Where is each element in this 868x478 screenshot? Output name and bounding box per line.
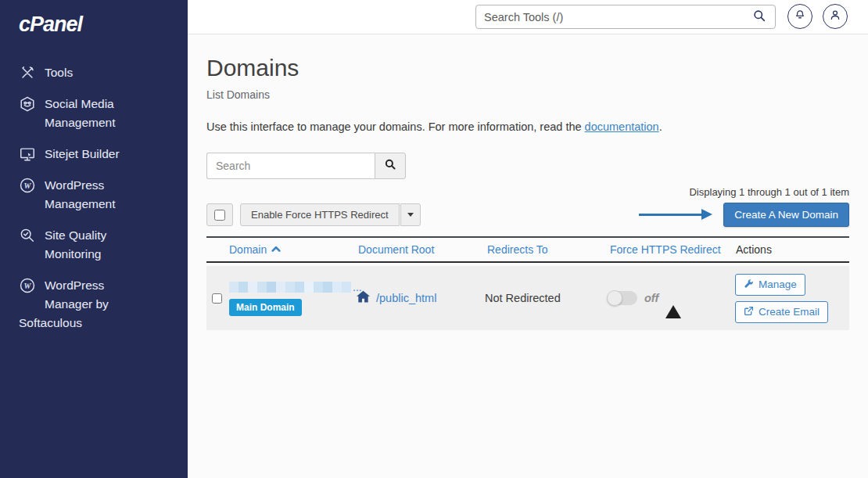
domain-cell: ... Main Domain bbox=[227, 281, 356, 316]
manage-button[interactable]: Manage bbox=[735, 274, 805, 296]
svg-text:W: W bbox=[24, 282, 32, 290]
page-subtitle: List Domains bbox=[206, 88, 849, 101]
sidebar-item-wordpress-manager-softaculous[interactable]: W WordPress Manager by Softaculous bbox=[0, 276, 188, 332]
wrench-icon bbox=[744, 279, 754, 291]
tools-search bbox=[475, 5, 776, 29]
table-header-force-https[interactable]: Force HTTPS Redirect bbox=[608, 243, 733, 256]
intro-before: Use this interface to manage your domain… bbox=[206, 120, 585, 133]
chevron-down-icon bbox=[407, 213, 414, 217]
cpanel-logo[interactable]: cPanel bbox=[19, 13, 188, 37]
bell-icon bbox=[793, 8, 807, 25]
sidebar-item-tools[interactable]: Tools bbox=[0, 63, 188, 82]
table-header-actions: Actions bbox=[733, 243, 849, 256]
select-all-checkbox[interactable] bbox=[214, 210, 225, 221]
sidebar-item-label: Tools bbox=[45, 66, 73, 79]
force-https-toggle[interactable] bbox=[608, 291, 637, 305]
sidebar-item-site-quality-monitoring[interactable]: Site Quality Monitoring bbox=[0, 226, 188, 264]
sidebar-item-label: Social Media Management bbox=[45, 97, 115, 129]
wordpress-icon: W bbox=[19, 277, 36, 294]
home-icon bbox=[356, 290, 371, 307]
intro-after: . bbox=[659, 120, 662, 133]
table-header-domain[interactable]: Domain bbox=[227, 243, 356, 256]
sidebar-nav: Tools Social Media Management Sitejet Bu… bbox=[0, 63, 188, 332]
main-content: Domains List Domains Use this interface … bbox=[188, 35, 868, 478]
notifications-button[interactable] bbox=[787, 4, 812, 29]
domain-filter bbox=[206, 153, 406, 179]
sidebar-item-label: Site Quality Monitoring bbox=[45, 228, 106, 261]
wordpress-icon: W bbox=[19, 177, 36, 194]
table-row: ... Main Domain /public_html Not Redirec… bbox=[206, 266, 849, 330]
documentation-link[interactable]: documentation bbox=[585, 120, 659, 133]
table-header-row: Domain Document Root Redirects To Force … bbox=[206, 236, 849, 263]
redacted-domain-link[interactable] bbox=[229, 282, 351, 293]
social-media-icon bbox=[19, 95, 36, 113]
domain-search-input[interactable] bbox=[206, 153, 375, 179]
table-toolbar: Enable Force HTTPS Redirect Create A New… bbox=[206, 203, 849, 227]
toggle-state-label: off bbox=[644, 292, 658, 304]
domain-search-button[interactable] bbox=[375, 153, 406, 179]
document-root-cell: /public_html bbox=[356, 290, 485, 307]
pagination-status: Displaying 1 through 1 out of 1 item bbox=[206, 186, 849, 198]
warning-icon: ! bbox=[665, 292, 681, 305]
site-quality-icon bbox=[19, 227, 36, 244]
sidebar-item-label: WordPress Manager by bbox=[45, 279, 109, 311]
user-icon bbox=[828, 8, 842, 25]
actions-cell: Manage Create Email bbox=[733, 274, 849, 323]
sidebar-item-social-media-management[interactable]: Social Media Management bbox=[0, 95, 188, 132]
select-all-checkbox-wrapper bbox=[206, 203, 233, 226]
table-header-document-root[interactable]: Document Root bbox=[356, 243, 485, 256]
sidebar-item-label: Sitejet Builder bbox=[45, 147, 120, 160]
tools-search-input[interactable] bbox=[484, 11, 751, 23]
tools-icon bbox=[19, 64, 36, 81]
account-button[interactable] bbox=[823, 4, 848, 29]
svg-text:W: W bbox=[24, 181, 32, 190]
bulk-action-dropdown-button[interactable] bbox=[400, 203, 421, 226]
sort-ascending-icon bbox=[271, 243, 282, 256]
toggle-knob bbox=[607, 290, 622, 306]
document-root-link[interactable]: /public_html bbox=[376, 292, 436, 304]
page-title: Domains bbox=[206, 55, 849, 81]
create-new-domain-button[interactable]: Create A New Domain bbox=[723, 203, 849, 227]
row-checkbox[interactable] bbox=[212, 293, 222, 304]
sidebar-item-label: WordPress Management bbox=[45, 178, 115, 210]
table-header-redirects-to[interactable]: Redirects To bbox=[485, 243, 608, 256]
bulk-action-button[interactable]: Enable Force HTTPS Redirect bbox=[240, 203, 400, 226]
intro-text: Use this interface to manage your domain… bbox=[206, 120, 849, 133]
external-link-icon bbox=[744, 306, 754, 318]
sidebar-item-wordpress-management[interactable]: W WordPress Management bbox=[0, 176, 188, 214]
manage-button-label: Manage bbox=[759, 279, 797, 290]
pointer-arrow bbox=[639, 214, 701, 216]
redirects-to-cell: Not Redirected bbox=[485, 292, 608, 304]
search-icon bbox=[383, 157, 397, 174]
topbar bbox=[188, 0, 868, 34]
domains-table: Domain Document Root Redirects To Force … bbox=[206, 236, 849, 330]
create-email-button-label: Create Email bbox=[759, 306, 820, 318]
force-https-cell: off ! bbox=[608, 291, 733, 305]
header-label: Domain bbox=[229, 243, 267, 256]
search-icon[interactable] bbox=[751, 8, 767, 27]
sitejet-icon bbox=[19, 146, 36, 163]
sidebar: cPanel Tools Social Media Management Sit… bbox=[0, 0, 188, 478]
create-email-button[interactable]: Create Email bbox=[735, 301, 828, 323]
sidebar-item-sitejet-builder[interactable]: Sitejet Builder bbox=[0, 145, 188, 164]
main-domain-badge: Main Domain bbox=[229, 299, 302, 316]
sidebar-item-label-overflow: Softaculous bbox=[19, 314, 142, 332]
